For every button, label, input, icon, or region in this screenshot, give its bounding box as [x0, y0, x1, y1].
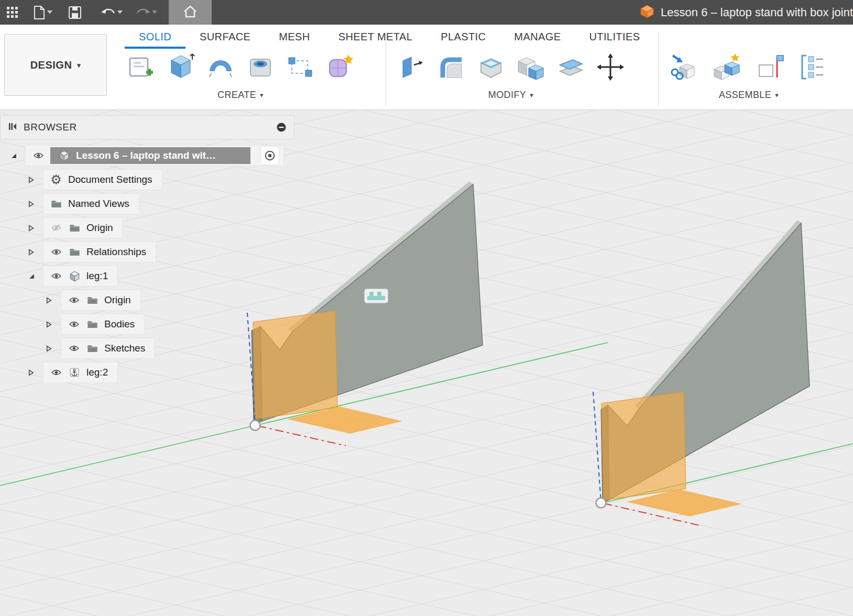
- named-views-item[interactable]: Named Views: [43, 193, 139, 214]
- group-divider: [658, 32, 659, 106]
- tab-utilities[interactable]: UTILITIES: [575, 27, 654, 49]
- visibility-eye-icon[interactable]: [32, 152, 45, 159]
- expander-collapsed-icon[interactable]: [28, 201, 43, 207]
- expander-collapsed-icon[interactable]: [28, 177, 43, 183]
- tab-solid[interactable]: SOLID: [125, 27, 185, 49]
- folder-icon: [68, 224, 81, 232]
- tree-row-named-views: Named Views: [0, 193, 294, 214]
- app-grid-icon[interactable]: [3, 0, 22, 25]
- undo-icon[interactable]: [97, 0, 126, 25]
- browser-tree: Lesson 6 – laptop stand wit… ⚙ Docume: [0, 145, 294, 383]
- visibility-eye-icon[interactable]: [68, 296, 80, 304]
- home-view-button[interactable]: [169, 0, 212, 25]
- tree-item-label: Origin: [86, 222, 113, 234]
- tree-row-root-component: Lesson 6 – laptop stand wit…: [0, 145, 294, 166]
- document-settings-item[interactable]: ⚙ Document Settings: [43, 169, 162, 190]
- workspace-caret-icon: ▾: [77, 61, 81, 69]
- viewport-3d[interactable]: BROWSER: [0, 110, 853, 616]
- activate-component-radio[interactable]: [260, 146, 279, 165]
- document-cube-icon: [640, 4, 654, 21]
- shell-icon[interactable]: [476, 52, 506, 82]
- redo-dropdown-caret-icon[interactable]: [152, 10, 157, 14]
- leg1-item[interactable]: leg:1: [43, 266, 118, 287]
- modify-caret-icon: ▾: [530, 91, 533, 99]
- minimize-browser-icon[interactable]: [276, 122, 287, 133]
- tree-item-label: Origin: [104, 294, 131, 306]
- tree-item-label: leg:2: [86, 367, 108, 378]
- joint-icon[interactable]: [712, 52, 742, 82]
- move-icon[interactable]: [595, 52, 626, 82]
- extrude-icon[interactable]: [166, 52, 196, 82]
- visibility-eye-icon[interactable]: [68, 321, 80, 328]
- tab-sheet-metal[interactable]: SHEET METAL: [324, 27, 426, 49]
- save-icon[interactable]: [65, 0, 85, 25]
- tab-plastic[interactable]: PLASTIC: [426, 27, 500, 49]
- tree-row-leg1-sketches: Sketches: [0, 338, 294, 359]
- origin-marker-left[interactable]: [250, 421, 260, 431]
- rectangular-pattern-icon[interactable]: [285, 52, 315, 82]
- rigid-group-icon[interactable]: [797, 52, 828, 82]
- assemble-group-label[interactable]: ASSEMBLE ▾: [669, 90, 829, 101]
- box-joint-feature-glyph[interactable]: [364, 289, 388, 303]
- grounded-component-icon: [68, 367, 81, 378]
- leg2-item[interactable]: leg:2: [43, 362, 118, 383]
- expander-collapsed-icon[interactable]: [28, 249, 43, 256]
- file-dropdown-caret-icon[interactable]: [47, 10, 52, 14]
- press-pull-icon[interactable]: [396, 52, 426, 82]
- leg1-origin-item[interactable]: Origin: [61, 290, 141, 311]
- visibility-eye-icon[interactable]: [50, 369, 62, 376]
- hole-icon[interactable]: [245, 52, 276, 82]
- group-divider: [386, 32, 386, 106]
- combine-icon[interactable]: [516, 52, 546, 82]
- root-component-item[interactable]: Lesson 6 – laptop stand wit…: [25, 145, 284, 166]
- redo-icon[interactable]: [132, 0, 160, 25]
- selected-item-highlight[interactable]: Lesson 6 – laptop stand wit…: [50, 147, 250, 164]
- create-sketch-icon[interactable]: [126, 52, 156, 82]
- leg1-bodies-item[interactable]: Bodies: [61, 314, 145, 335]
- workspace-selector[interactable]: DESIGN ▾: [4, 34, 107, 96]
- collapse-browser-icon[interactable]: [8, 122, 17, 133]
- origin-marker-right[interactable]: [596, 498, 606, 508]
- visibility-eye-off-icon[interactable]: [50, 224, 62, 232]
- create-tool-group: [126, 52, 355, 82]
- file-new-icon[interactable]: [29, 0, 56, 25]
- tree-item-label: Bodies: [104, 318, 135, 330]
- folder-icon: [68, 248, 81, 256]
- leg1-sketches-item[interactable]: Sketches: [61, 338, 155, 359]
- create-form-icon[interactable]: [325, 52, 355, 82]
- tab-manage[interactable]: MANAGE: [500, 27, 575, 49]
- visibility-eye-icon[interactable]: [50, 272, 62, 280]
- fusion-app-window: Lesson 6 – laptop stand with box joint D…: [0, 0, 853, 616]
- tree-item-label: Document Settings: [68, 174, 152, 185]
- modify-group-label[interactable]: MODIFY ▾: [396, 90, 626, 101]
- new-component-icon[interactable]: [669, 52, 699, 82]
- z-axis-right: [593, 392, 601, 502]
- folder-icon: [86, 344, 99, 353]
- revolve-icon[interactable]: [205, 52, 236, 82]
- ribbon-toolbar: DESIGN ▾ SOLID SURFACE MESH SHEET METAL …: [0, 25, 853, 110]
- expander-collapsed-icon[interactable]: [28, 369, 43, 376]
- expander-collapsed-icon[interactable]: [28, 225, 43, 232]
- assemble-tool-group: [669, 52, 828, 82]
- expander-expanded-icon[interactable]: [10, 152, 25, 159]
- expander-collapsed-icon[interactable]: [46, 297, 61, 304]
- document-title: Lesson 6 – laptop stand with box joint: [661, 6, 853, 19]
- tab-surface[interactable]: SURFACE: [185, 27, 265, 49]
- expander-expanded-icon[interactable]: [28, 273, 43, 280]
- fillet-icon[interactable]: [436, 52, 466, 82]
- tab-mesh[interactable]: MESH: [265, 27, 324, 49]
- visibility-eye-icon[interactable]: [50, 248, 62, 256]
- undo-dropdown-caret-icon[interactable]: [117, 10, 123, 14]
- sketch-plane-right[interactable]: [602, 392, 686, 500]
- visibility-eye-icon[interactable]: [68, 345, 80, 352]
- origin-item[interactable]: Origin: [43, 217, 123, 238]
- browser-panel: BROWSER: [0, 115, 294, 386]
- offset-plane-icon[interactable]: [555, 52, 586, 82]
- joint-origin-icon[interactable]: [754, 52, 785, 82]
- expander-collapsed-icon[interactable]: [46, 345, 61, 352]
- create-group-label[interactable]: CREATE ▾: [126, 90, 355, 101]
- create-caret-icon: ▾: [260, 91, 264, 99]
- gear-icon: ⚙: [50, 173, 62, 186]
- expander-collapsed-icon[interactable]: [46, 321, 61, 328]
- relationships-item[interactable]: Relationships: [43, 241, 156, 262]
